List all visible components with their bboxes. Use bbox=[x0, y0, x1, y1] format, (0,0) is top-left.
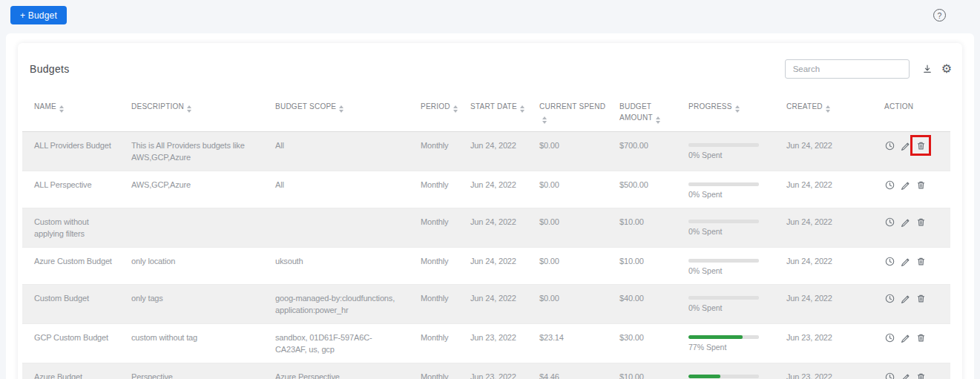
progress-label: 0% Spent bbox=[688, 302, 769, 314]
column-header-period[interactable]: PERIOD bbox=[409, 90, 458, 132]
sort-icon[interactable] bbox=[339, 105, 343, 113]
budget-table-body: ALL Providers Budget This is All Provide… bbox=[22, 132, 950, 379]
cell-start-date: Jun 24, 2022 bbox=[458, 285, 527, 324]
help-icon[interactable]: ? bbox=[933, 9, 946, 22]
cell-current-spend: $0.00 bbox=[527, 171, 608, 208]
cell-current-spend: $0.00 bbox=[527, 132, 608, 171]
cell-budget-scope: Azure Perspective bbox=[263, 363, 409, 379]
table-row: Custom Budget only tags goog-managed-by:… bbox=[22, 285, 950, 324]
cell-action bbox=[872, 324, 950, 363]
cell-current-spend: $4.46 bbox=[527, 363, 608, 379]
sort-icon[interactable] bbox=[520, 105, 524, 113]
edit-pencil-icon[interactable] bbox=[900, 217, 910, 227]
cell-budget-scope: uksouth bbox=[263, 248, 409, 285]
cell-current-spend: $0.00 bbox=[527, 248, 608, 285]
sort-icon[interactable] bbox=[59, 105, 64, 113]
sort-icon[interactable] bbox=[656, 116, 660, 124]
progress-label: 0% Spent bbox=[688, 265, 769, 277]
page-title: Budgets bbox=[30, 63, 69, 75]
progress-label: 77% Spent bbox=[688, 341, 769, 353]
cell-period: Monthly bbox=[409, 285, 458, 324]
progress-bar bbox=[688, 335, 759, 339]
delete-trash-icon[interactable] bbox=[915, 217, 926, 227]
action-buttons bbox=[884, 332, 944, 343]
cell-created: Jun 24, 2022 bbox=[775, 132, 872, 171]
cell-progress: 77% Spent bbox=[677, 324, 775, 363]
history-clock-icon[interactable] bbox=[884, 332, 895, 343]
cell-action bbox=[872, 171, 950, 208]
delete-trash-icon[interactable] bbox=[915, 293, 926, 303]
sort-icon[interactable] bbox=[826, 105, 830, 113]
edit-pencil-icon[interactable] bbox=[900, 179, 910, 190]
delete-trash-icon[interactable] bbox=[915, 372, 926, 379]
sort-icon[interactable] bbox=[735, 105, 740, 113]
action-buttons bbox=[884, 216, 944, 227]
edit-pencil-icon[interactable] bbox=[900, 372, 910, 379]
edit-pencil-icon[interactable] bbox=[900, 293, 910, 303]
column-header-budget-scope[interactable]: BUDGET SCOPE bbox=[263, 90, 409, 132]
history-clock-icon[interactable] bbox=[884, 293, 895, 303]
cell-period: Monthly bbox=[409, 363, 458, 379]
progress-label: 0% Spent bbox=[688, 149, 769, 161]
cell-start-date: Jun 23, 2022 bbox=[458, 363, 527, 379]
action-buttons bbox=[884, 292, 944, 303]
cell-name: ALL Providers Budget bbox=[22, 132, 119, 171]
cell-name: Azure Custom Budget bbox=[22, 248, 119, 285]
settings-gear-icon[interactable]: ⚙ bbox=[941, 63, 952, 75]
content-panel: Budgets ⚙ NAMEDESC bbox=[6, 33, 974, 379]
column-header-name[interactable]: NAME bbox=[22, 90, 119, 132]
column-header-action: ACTION bbox=[872, 90, 950, 132]
cell-progress: 0% Spent bbox=[677, 248, 775, 285]
delete-trash-icon[interactable] bbox=[915, 140, 926, 151]
column-header-current-spend[interactable]: CURRENT SPEND bbox=[527, 90, 608, 132]
add-budget-button[interactable]: + Budget bbox=[10, 6, 67, 24]
sort-icon[interactable] bbox=[542, 116, 547, 124]
delete-trash-icon[interactable] bbox=[915, 179, 926, 190]
download-icon[interactable] bbox=[922, 64, 933, 74]
cell-start-date: Jun 24, 2022 bbox=[458, 208, 527, 248]
progress-bar-fill bbox=[688, 335, 743, 339]
sort-icon[interactable] bbox=[187, 105, 191, 113]
cell-budget-amount: $10.00 bbox=[608, 208, 677, 248]
cell-description: only location bbox=[119, 248, 263, 285]
column-header-created[interactable]: CREATED bbox=[775, 90, 872, 132]
cell-budget-scope: All bbox=[263, 132, 409, 171]
cell-action bbox=[872, 248, 950, 285]
edit-pencil-icon[interactable] bbox=[900, 256, 910, 266]
progress-bar bbox=[688, 375, 759, 378]
action-buttons bbox=[884, 255, 944, 266]
column-header-description[interactable]: DESCRIPTION bbox=[119, 90, 263, 132]
column-label: BUDGET SCOPE bbox=[275, 102, 336, 111]
edit-pencil-icon[interactable] bbox=[900, 332, 910, 343]
column-label: CURRENT SPEND bbox=[539, 102, 605, 111]
cell-budget-amount: $500.00 bbox=[608, 171, 677, 208]
search-input[interactable] bbox=[785, 59, 910, 79]
column-label: PROGRESS bbox=[688, 102, 732, 111]
column-header-start-date[interactable]: START DATE bbox=[458, 90, 527, 132]
edit-pencil-icon[interactable] bbox=[900, 140, 910, 151]
cell-start-date: Jun 24, 2022 bbox=[458, 171, 527, 208]
column-label: ACTION bbox=[884, 102, 913, 111]
cell-name: Custom without applying filters bbox=[22, 208, 119, 248]
topbar: + Budget ? bbox=[0, 0, 980, 30]
cell-created: Jun 23, 2022 bbox=[775, 363, 872, 379]
cell-description: only tags bbox=[119, 285, 263, 324]
history-clock-icon[interactable] bbox=[884, 256, 895, 266]
history-clock-icon[interactable] bbox=[884, 372, 895, 379]
column-header-progress[interactable]: PROGRESS bbox=[677, 90, 775, 132]
delete-trash-icon[interactable] bbox=[915, 256, 926, 266]
sort-icon[interactable] bbox=[453, 105, 458, 113]
column-header-budget-amount[interactable]: BUDGET AMOUNT bbox=[608, 90, 677, 132]
delete-trash-icon[interactable] bbox=[915, 332, 926, 343]
cell-start-date: Jun 23, 2022 bbox=[458, 324, 527, 363]
history-clock-icon[interactable] bbox=[884, 217, 895, 227]
cell-action bbox=[872, 363, 950, 379]
cell-progress: 0% Spent bbox=[677, 132, 775, 171]
history-clock-icon[interactable] bbox=[884, 140, 895, 151]
column-label: CREATED bbox=[786, 102, 823, 111]
cell-created: Jun 24, 2022 bbox=[775, 285, 872, 324]
history-clock-icon[interactable] bbox=[884, 179, 895, 190]
progress-bar bbox=[688, 143, 759, 147]
cell-budget-scope: goog-managed-by:cloudfunctions, applicat… bbox=[263, 285, 409, 324]
cell-name: ALL Perspective bbox=[22, 171, 119, 208]
